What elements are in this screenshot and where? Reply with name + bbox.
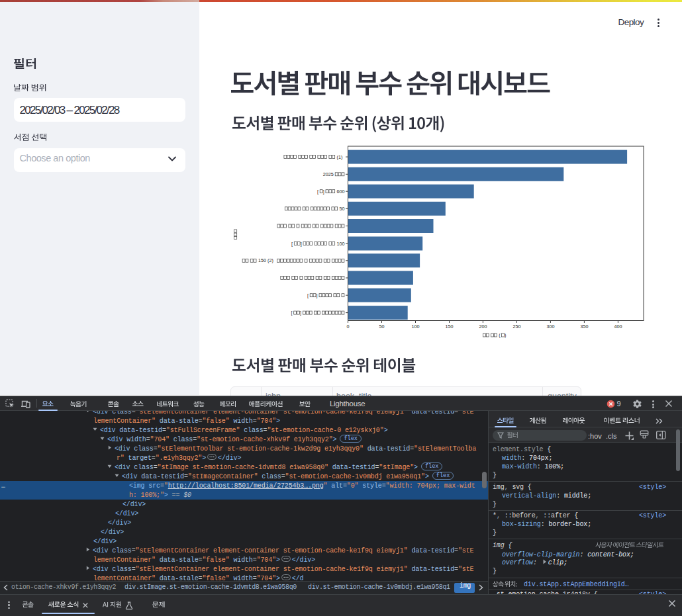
svg-text:[: [ bbox=[291, 241, 293, 247]
svg-text:600: 600 bbox=[337, 189, 345, 195]
svg-text:[: [ bbox=[291, 310, 292, 316]
svg-text:]: ] bbox=[317, 292, 318, 298]
svg-text:): ) bbox=[505, 332, 506, 338]
svg-text:50: 50 bbox=[340, 206, 345, 212]
svg-text:]: ] bbox=[301, 241, 302, 247]
svg-text:(2): (2) bbox=[268, 257, 273, 263]
svg-text:[: [ bbox=[317, 189, 318, 195]
svg-text:2025: 2025 bbox=[323, 171, 334, 177]
svg-text:150: 150 bbox=[258, 257, 266, 263]
svg-text:(: ( bbox=[499, 332, 501, 338]
svg-text:]: ] bbox=[300, 310, 301, 316]
svg-text:[: [ bbox=[307, 292, 309, 298]
svg-text:]: ] bbox=[323, 189, 324, 195]
svg-text:100: 100 bbox=[337, 241, 345, 247]
svg-text:(1): (1) bbox=[337, 154, 343, 160]
